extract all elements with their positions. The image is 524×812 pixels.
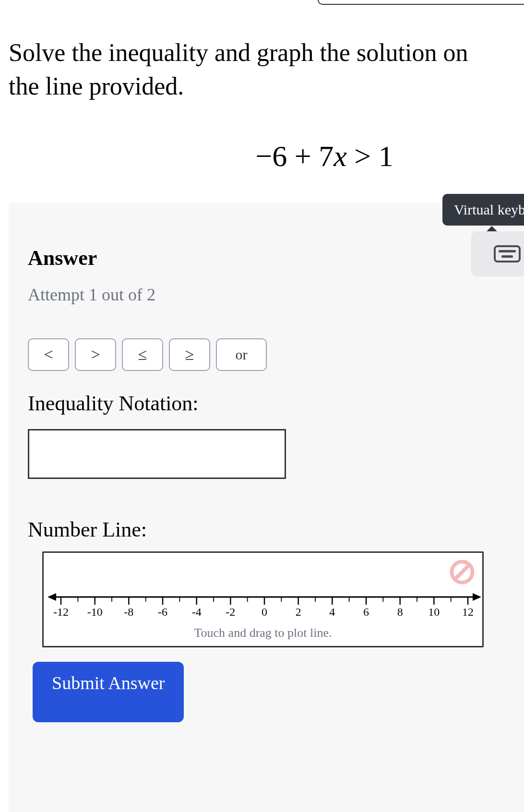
inequality-notation-label: Inequality Notation:: [28, 391, 505, 416]
eq-rhs: 1: [379, 140, 393, 172]
clear-plot-icon[interactable]: [450, 560, 475, 585]
svg-marker-3: [48, 593, 56, 601]
tick-label: 0: [262, 606, 267, 619]
or-button[interactable]: or: [216, 338, 267, 371]
tick-label: -12: [53, 606, 69, 619]
tick-label: 2: [296, 606, 301, 619]
less-than-button[interactable]: <: [28, 338, 69, 371]
less-equal-button[interactable]: ≤: [122, 338, 163, 371]
tick-label: 8: [397, 606, 403, 619]
tick-label: 4: [329, 606, 335, 619]
answer-panel: Virtual keybo Answer Attempt 1 out of 2 …: [9, 203, 524, 812]
tick-label: -8: [124, 606, 133, 619]
tick-label: -2: [226, 606, 235, 619]
tick-label: 10: [428, 606, 440, 619]
tick-label: 12: [462, 606, 474, 619]
answer-heading: Answer: [28, 246, 505, 270]
virtual-keyboard-tooltip: Virtual keybo: [442, 194, 524, 226]
virtual-keyboard-button[interactable]: [471, 231, 524, 276]
eq-lhs: −6 + 7: [255, 140, 333, 172]
tick-label: -4: [192, 606, 202, 619]
greater-equal-button[interactable]: ≥: [169, 338, 210, 371]
drag-hint-text: Touch and drag to plot line.: [44, 626, 482, 640]
question-text: Solve the inequality and graph the solut…: [9, 36, 505, 103]
submit-answer-button[interactable]: Submit Answer: [33, 662, 184, 722]
eq-op: >: [347, 140, 379, 172]
tick-label: -6: [158, 606, 167, 619]
eq-variable: x: [333, 140, 347, 172]
number-line-label: Number Line:: [28, 517, 505, 542]
number-line-canvas[interactable]: -12-10-8-6-4-2024681012 Touch and drag t…: [42, 551, 484, 647]
attempt-text: Attempt 1 out of 2: [28, 285, 505, 305]
tick-label: -10: [87, 606, 103, 619]
top-partial-box: [318, 0, 524, 5]
tick-label: 6: [363, 606, 369, 619]
keyboard-icon: [494, 245, 521, 263]
symbol-toolbar: < > ≤ ≥ or: [28, 338, 505, 371]
inequality-input[interactable]: [28, 429, 286, 479]
svg-marker-4: [473, 593, 481, 601]
inequality-equation: −6 + 7x > 1: [0, 139, 524, 173]
greater-than-button[interactable]: >: [75, 338, 116, 371]
svg-line-1: [456, 566, 468, 578]
